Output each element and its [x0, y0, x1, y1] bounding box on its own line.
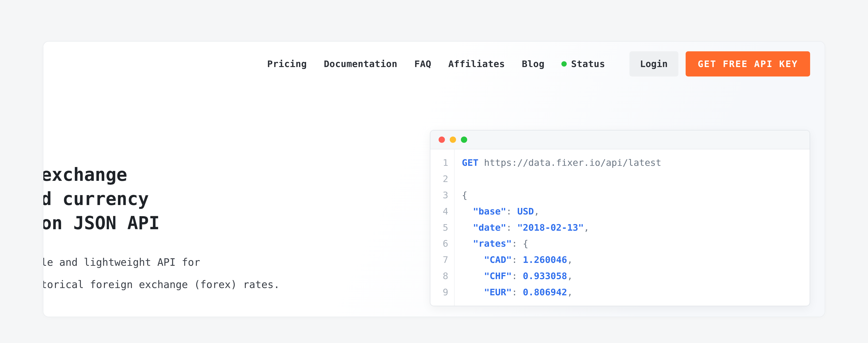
nav-blog[interactable]: Blog	[522, 59, 545, 69]
code-window: 1 2 3 4 5 6 7 8 9 GET https://data.fixer…	[430, 130, 810, 306]
code-line	[462, 171, 661, 187]
nav-status-label: Status	[571, 59, 605, 69]
line-number: 9	[430, 284, 448, 301]
code-line: "CHF": 0.933058,	[462, 268, 661, 284]
code-line: "CAD": 1.260046,	[462, 252, 661, 268]
hero-section: exchange d currency on JSON API le and l…	[43, 163, 280, 296]
traffic-close-icon[interactable]	[439, 136, 445, 143]
line-number: 6	[430, 236, 448, 252]
code-body: 1 2 3 4 5 6 7 8 9 GET https://data.fixer…	[430, 149, 810, 306]
nav-actions: Login GET FREE API KEY	[629, 51, 810, 76]
line-number: 5	[430, 220, 448, 236]
line-number: 7	[430, 252, 448, 268]
code-line: "date": "2018-02-13",	[462, 220, 661, 236]
get-api-key-button[interactable]: GET FREE API KEY	[686, 51, 810, 76]
code-line: {	[462, 187, 661, 203]
line-number: 8	[430, 268, 448, 284]
line-number: 1	[430, 155, 448, 171]
top-nav: Pricing Documentation FAQ Affiliates Blo…	[267, 51, 810, 76]
traffic-minimize-icon[interactable]	[450, 136, 456, 143]
nav-pricing[interactable]: Pricing	[267, 59, 307, 69]
line-number: 4	[430, 203, 448, 220]
hero-description: le and lightweight API for torical forei…	[43, 251, 280, 296]
code-line: GET https://data.fixer.io/api/latest	[462, 155, 661, 171]
code-lines: GET https://data.fixer.io/api/latest { "…	[455, 149, 669, 306]
hero-title: exchange d currency on JSON API	[43, 163, 280, 235]
page-card: Pricing Documentation FAQ Affiliates Blo…	[43, 41, 825, 317]
code-line: "base": USD,	[462, 203, 661, 220]
code-line: "rates": {	[462, 236, 661, 252]
traffic-maximize-icon[interactable]	[461, 136, 467, 143]
nav-faq[interactable]: FAQ	[414, 59, 431, 69]
window-titlebar	[430, 130, 810, 149]
line-number: 3	[430, 187, 448, 203]
status-dot-icon	[561, 61, 567, 67]
nav-affiliates[interactable]: Affiliates	[448, 59, 505, 69]
nav-documentation[interactable]: Documentation	[324, 59, 397, 69]
login-button[interactable]: Login	[629, 51, 678, 76]
code-line: "EUR": 0.806942,	[462, 284, 661, 301]
line-number: 2	[430, 171, 448, 187]
nav-status[interactable]: Status	[561, 59, 605, 69]
line-gutter: 1 2 3 4 5 6 7 8 9	[430, 149, 455, 306]
